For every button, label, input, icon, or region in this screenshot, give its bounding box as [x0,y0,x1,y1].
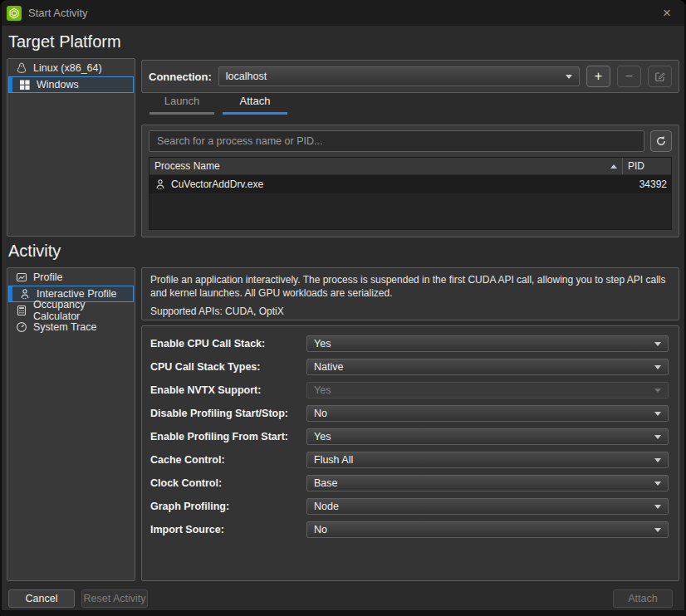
connection-panel: Connection: localhost + − [141,60,679,93]
activity-heading: Activity [8,242,61,261]
tab-attach[interactable]: Attach [223,95,287,115]
chevron-down-icon [654,505,661,509]
option-label: Enable NVTX Support: [150,384,306,396]
platform-item-label: Windows [37,79,79,90]
supported-apis: Supported APIs: CUDA, OptiX [150,305,670,318]
import-source-select[interactable]: No [306,521,669,538]
platform-list: Linux (x86_64) Windows [7,58,135,237]
attach-button[interactable]: Attach [613,589,673,608]
attach-panel: Process Name PID CuVectorAddDrv.exe 3439… [141,125,679,237]
process-name: CuVectorAddDrv.exe [171,178,621,190]
clock-control-select[interactable]: Base [306,475,669,491]
chevron-down-icon [654,482,661,486]
edit-pencil-icon [654,71,666,82]
process-search-row [149,130,672,152]
close-icon[interactable]: × [656,2,678,24]
option-label: Disable Profiling Start/Stop: [150,408,306,419]
platform-item-label: Linux (x86_64) [33,62,102,74]
add-connection-button[interactable]: + [586,66,610,87]
title-bar: Start Activity × [0,0,686,26]
column-header-pid[interactable]: PID [623,158,671,174]
activity-item-label: Interactive Profile [37,288,117,300]
chevron-down-icon [654,435,661,439]
process-pid: 34392 [621,178,671,190]
option-label: Graph Profiling: [150,501,306,512]
sort-ascending-icon [610,164,617,169]
enable-cpu-call-stack-select[interactable]: Yes [306,335,669,352]
edit-connection-button[interactable] [648,66,672,87]
target-platform-heading: Target Platform [8,32,121,51]
activity-list: Profile Interactive Profile Occupancy Ca… [7,267,135,581]
activity-description-panel: Profile an application interactively. Th… [141,267,679,320]
process-table-row[interactable]: CuVectorAddDrv.exe 34392 [149,175,671,193]
process-icon [154,178,166,190]
option-row-enable-profiling-from-start: Enable Profiling From Start: Yes [142,425,679,448]
chevron-down-icon [654,458,661,462]
tab-launch[interactable]: Launch [149,95,214,115]
profile-chart-icon [16,271,27,283]
chevron-down-icon [654,389,661,393]
remove-connection-button[interactable]: − [617,66,641,87]
launch-attach-tabs: Launch Attach [149,95,287,115]
activity-options-panel: Enable CPU Call Stack: Yes CPU Call Stac… [141,325,679,581]
calculator-icon [16,305,27,316]
process-search-input[interactable] [149,130,644,152]
process-table: Process Name PID CuVectorAddDrv.exe 3439… [149,157,672,230]
nsight-compute-logo-icon [7,6,22,21]
option-row-clock-control: Clock Control: Base [142,472,679,495]
option-row-cache-control: Cache Control: Flush All [142,448,679,472]
option-row-import-source: Import Source: No [142,518,679,541]
platform-item-windows[interactable]: Windows [8,76,134,93]
system-trace-gauge-icon [16,321,27,333]
activity-item-label: Profile [33,271,62,283]
activity-item-label: System Trace [33,321,96,333]
option-row-disable-profiling-start-stop: Disable Profiling Start/Stop: No [142,402,679,425]
activity-item-profile[interactable]: Profile [8,269,134,286]
cache-control-select[interactable]: Flush All [306,452,669,468]
connection-value: localhost [226,71,267,82]
linux-icon [16,62,27,74]
option-row-cpu-call-stack-types: CPU Call Stack Types: Native [142,355,679,379]
refresh-process-list-button[interactable] [650,130,672,152]
interactive-profile-icon [19,288,31,300]
enable-nvtx-support-select[interactable]: Yes [306,382,669,398]
reset-activity-button[interactable]: Reset Activity [81,589,148,608]
window-title: Start Activity [28,7,88,19]
option-row-graph-profiling: Graph Profiling: Node [142,495,679,518]
disable-profiling-start-stop-select[interactable]: No [306,405,669,422]
windows-icon [19,79,31,90]
option-row-enable-cpu-call-stack: Enable CPU Call Stack: Yes [142,332,679,355]
chevron-down-icon [654,412,661,416]
option-label: Enable Profiling From Start: [150,431,306,442]
window-edge-bottom [0,610,686,616]
process-table-header: Process Name PID [149,158,671,175]
activity-item-occupancy-calculator[interactable]: Occupancy Calculator [8,302,134,319]
option-label: Cache Control: [150,454,306,466]
chevron-down-icon [654,528,661,532]
option-label: Clock Control: [150,477,306,489]
option-row-enable-nvtx-support: Enable NVTX Support: Yes [142,379,679,402]
window-edge-left [0,0,2,616]
activity-item-system-trace[interactable]: System Trace [8,319,134,335]
connection-select[interactable]: localhost [218,66,580,86]
chevron-down-icon [654,342,661,346]
start-activity-dialog: Start Activity × Target Platform Linux (… [0,0,686,616]
cancel-button[interactable]: Cancel [8,589,75,608]
activity-description: Profile an application interactively. Th… [150,273,670,300]
column-header-process-name[interactable]: Process Name [149,158,622,174]
chevron-down-icon [566,75,572,79]
chevron-down-icon [654,365,661,369]
option-label: Enable CPU Call Stack: [150,338,306,350]
enable-profiling-from-start-select[interactable]: Yes [306,428,669,445]
graph-profiling-select[interactable]: Node [306,498,669,515]
refresh-icon [655,135,667,147]
connection-label: Connection: [149,71,212,83]
cpu-call-stack-types-select[interactable]: Native [306,359,669,375]
platform-item-linux[interactable]: Linux (x86_64) [8,60,134,76]
option-label: CPU Call Stack Types: [150,361,306,373]
option-label: Import Source: [150,524,306,535]
